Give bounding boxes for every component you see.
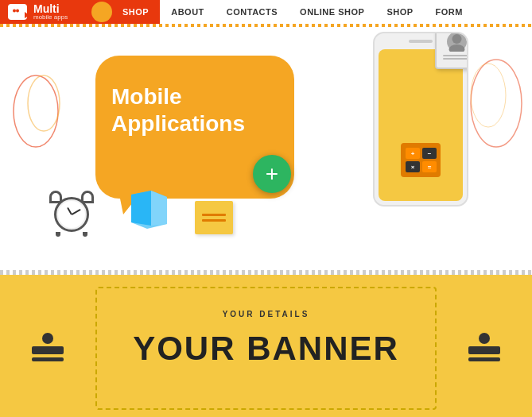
- svg-point-1: [13, 10, 16, 13]
- map-icon: [127, 191, 171, 230]
- svg-marker-12: [151, 191, 167, 226]
- phone-speaker: [409, 40, 433, 43]
- plus-label: +: [266, 161, 278, 187]
- banner-title: YOUR BANNER: [64, 330, 468, 368]
- svg-point-2: [16, 10, 19, 13]
- svg-point-4: [14, 75, 58, 147]
- banner-right-icon: [468, 335, 500, 361]
- banner-bar-thick-right: [468, 346, 500, 354]
- calc-eq: =: [422, 161, 437, 172]
- clock-foot-right: [83, 232, 87, 237]
- banner-section: YOUR BANNER YOUR DETAILS: [0, 275, 532, 417]
- speech-bubble-text: Mobile Applications: [111, 83, 245, 137]
- notebook-icon: [435, 32, 468, 69]
- clock-feet: [56, 232, 87, 237]
- logo-brand: Multi: [33, 3, 68, 14]
- separator: [0, 270, 532, 275]
- banner-left-icon: [32, 335, 64, 361]
- hero-section: Mobile Applications + − × =: [0, 24, 532, 270]
- alarm-clock-icon: [48, 191, 95, 238]
- banner-subtitle: YOUR DETAILS: [223, 310, 310, 319]
- svg-point-5: [28, 75, 60, 131]
- nav-about[interactable]: ABOUT: [160, 0, 216, 24]
- notebook-avatar: [447, 32, 467, 52]
- svg-marker-3: [13, 15, 17, 17]
- banner-bar-thin-right: [468, 357, 500, 361]
- red-squiggle-left: [8, 64, 72, 143]
- yellow-note-icon: [195, 201, 233, 234]
- notebook-lines: [443, 55, 468, 60]
- logo-orange-circle: [91, 2, 112, 22]
- svg-point-6: [471, 60, 522, 147]
- banner-bar-thin-left: [32, 357, 64, 361]
- note-line-1: [202, 214, 226, 216]
- svg-point-7: [471, 64, 506, 127]
- calc-plus: +: [406, 148, 420, 159]
- banner-icon-circle-right: [479, 333, 490, 344]
- clock-face: [58, 201, 85, 228]
- nav-shop[interactable]: SHOP: [111, 0, 160, 24]
- main-nav: SHOP ABOUT CONTACTS ONLINE SHOP SHOP FOR…: [111, 0, 532, 24]
- header: Multi mobile apps SHOP ABOUT CONTACTS ON…: [0, 0, 532, 24]
- phone-mockup: + − × =: [373, 32, 468, 207]
- logo-sub: mobile apps: [33, 14, 68, 21]
- speech-line2: Applications: [111, 110, 245, 137]
- calculator-icon: + − × =: [401, 143, 441, 177]
- calc-minus: −: [422, 148, 437, 159]
- svg-marker-11: [131, 191, 151, 226]
- logo-text-group: Multi mobile apps: [33, 3, 68, 21]
- clock-minute-hand: [72, 209, 81, 215]
- nav-contacts[interactable]: CONTACTS: [216, 0, 289, 24]
- clock-body: [54, 197, 89, 232]
- svg-point-9: [449, 44, 465, 52]
- clock-foot-left: [56, 232, 60, 237]
- note-line-2: [202, 219, 226, 222]
- logo-icon: [8, 4, 27, 20]
- banner-icon-circle-left: [42, 333, 53, 344]
- nav-shop2[interactable]: SHOP: [375, 0, 424, 24]
- speech-line1: Mobile: [111, 83, 245, 110]
- banner-bar-thick-left: [32, 346, 64, 354]
- dotted-line-top: [0, 24, 532, 27]
- svg-point-8: [452, 34, 462, 44]
- nav-online-shop[interactable]: ONLINE SHOP: [289, 0, 375, 24]
- nav-form[interactable]: FORM: [425, 0, 474, 24]
- plus-button[interactable]: +: [253, 155, 291, 193]
- phone-screen: + − × =: [379, 49, 463, 201]
- calc-mult: ×: [406, 161, 420, 172]
